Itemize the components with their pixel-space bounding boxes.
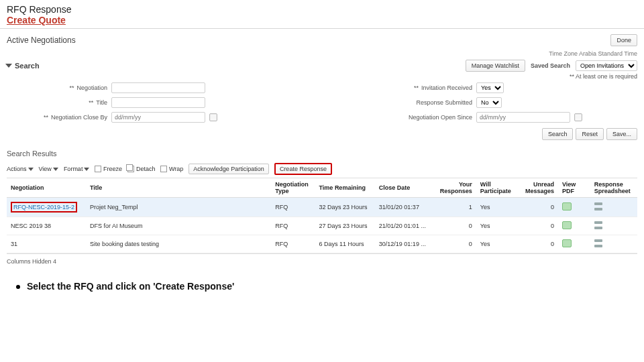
cell-title: Projet Neg_Templ <box>86 198 271 217</box>
col-close-date[interactable]: Close Date <box>375 178 433 198</box>
cell-time-remaining: 27 Days 23 Hours <box>315 217 375 235</box>
col-time-remaining[interactable]: Time Remaining <box>315 178 375 198</box>
cell-time-remaining: 6 Days 11 Hours <box>315 235 375 253</box>
cell-unread[interactable]: 0 <box>519 198 558 217</box>
pdf-icon[interactable] <box>562 221 572 229</box>
col-neg-type[interactable]: Negotiation Type <box>271 178 315 198</box>
results-table: Negotiation Title Negotiation Type Time … <box>7 178 637 253</box>
spreadsheet-icon[interactable] <box>594 202 602 210</box>
calendar-icon[interactable] <box>574 113 582 121</box>
cell-neg-type: RFQ <box>271 198 315 217</box>
cell-title: Site booking dates testing <box>86 235 271 253</box>
cell-title: DFS for AI Museum <box>86 217 271 235</box>
open-since-input[interactable] <box>476 112 570 123</box>
table-row[interactable]: 31 Site booking dates testing RFQ 6 Days… <box>7 235 637 253</box>
done-button[interactable]: Done <box>610 34 637 46</box>
col-negotiation[interactable]: Negotiation <box>7 178 86 198</box>
cell-neg-type: RFQ <box>271 217 315 235</box>
cell-will-participate: Yes <box>476 235 519 253</box>
collapse-icon <box>5 64 12 68</box>
save-button[interactable]: Save... <box>606 128 637 140</box>
wrap-toggle[interactable]: Wrap <box>160 166 183 173</box>
search-col-left: **Negotiation **Title **Negotiation Clos… <box>13 82 217 123</box>
col-will-participate[interactable]: Will Participate <box>476 178 519 198</box>
negotiation-label: **Negotiation <box>13 84 107 91</box>
close-by-label: **Negotiation Close By <box>13 114 107 121</box>
chevron-down-icon <box>84 168 89 171</box>
search-actions: Search Reset Save... <box>7 127 637 145</box>
cell-close-date: 21/01/20 01:01 ... <box>375 217 433 235</box>
col-response-ss[interactable]: Response Spreadsheet <box>590 178 637 198</box>
cell-your-responses[interactable]: 0 <box>433 235 476 253</box>
col-unread-messages[interactable]: Unread Messages <box>519 178 558 198</box>
response-submitted-label: Response Submitted <box>378 99 472 106</box>
cell-your-responses[interactable]: 1 <box>433 198 476 217</box>
create-response-button[interactable]: Create Response <box>274 163 332 175</box>
col-view-pdf[interactable]: View PDF <box>558 178 590 198</box>
cell-your-responses[interactable]: 0 <box>433 217 476 235</box>
invitation-received-select[interactable]: Yes <box>476 82 504 93</box>
timezone-text: Time Zone Arabia Standard Time <box>549 50 637 57</box>
title-label: **Title <box>13 99 107 106</box>
title-input[interactable] <box>111 97 205 108</box>
table-row[interactable]: NESC 2019 38 DFS for AI Museum RFQ 27 Da… <box>7 217 637 235</box>
table-header-row: Negotiation Title Negotiation Type Time … <box>7 178 637 198</box>
cell-will-participate: Yes <box>476 217 519 235</box>
spreadsheet-icon[interactable] <box>594 239 602 247</box>
cell-close-date: 31/01/20 01:37 <box>375 198 433 217</box>
negotiation-input[interactable] <box>111 82 205 93</box>
search-section-header[interactable]: Search <box>7 59 40 72</box>
saved-search-label: Saved Search <box>531 62 570 69</box>
search-form: **Negotiation **Title **Negotiation Clos… <box>7 82 637 127</box>
results-toolbar: Actions View Format Freeze Detach Wrap A… <box>7 160 637 178</box>
manage-watchlist-button[interactable]: Manage Watchlist <box>466 60 525 72</box>
doc-heading: RFQ Response <box>0 0 644 15</box>
actions-menu[interactable]: Actions <box>7 166 34 172</box>
app-frame: Active Negotiations Done Time Zone Arabi… <box>7 32 637 266</box>
saved-search-select[interactable]: Open Invitations <box>576 60 637 71</box>
search-label: Search <box>15 62 40 70</box>
bullet-icon <box>16 285 20 289</box>
negotiation-link[interactable]: NESC 2019 38 <box>7 217 86 235</box>
col-your-responses[interactable]: Your Responses <box>433 178 476 198</box>
search-button[interactable]: Search <box>542 128 574 140</box>
chevron-down-icon <box>53 168 58 171</box>
format-menu[interactable]: Format <box>64 166 90 172</box>
view-menu[interactable]: View <box>39 166 58 172</box>
close-by-input[interactable] <box>111 112 205 123</box>
negotiation-link[interactable]: 31 <box>7 235 86 253</box>
chevron-down-icon <box>28 168 34 171</box>
cell-will-participate: Yes <box>476 198 519 217</box>
checkbox-icon <box>160 166 167 172</box>
reset-button[interactable]: Reset <box>576 128 604 140</box>
pdf-icon[interactable] <box>562 239 572 247</box>
cell-neg-type: RFQ <box>271 235 315 253</box>
table-row[interactable]: RFQ-NESC-2019-15-2 Projet Neg_Templ RFQ … <box>7 198 637 217</box>
search-col-right: **Invitation Received Yes Response Submi… <box>378 82 582 123</box>
open-since-label: Negotiation Open Since <box>378 114 472 121</box>
pdf-icon[interactable] <box>562 202 572 210</box>
doc-subheading: Create Quote <box>0 15 644 29</box>
cell-unread[interactable]: 0 <box>519 217 558 235</box>
instruction-text: Select the RFQ and click on 'Create Resp… <box>0 266 644 292</box>
page-title: Active Negotiations <box>7 36 76 45</box>
detach-button[interactable]: Detach <box>127 166 156 173</box>
cell-unread[interactable]: 0 <box>519 235 558 253</box>
required-hint: ** At least one is required <box>7 73 637 82</box>
calendar-icon[interactable] <box>209 113 217 121</box>
columns-hidden-text: Columns Hidden 4 <box>7 253 637 265</box>
col-title[interactable]: Title <box>86 178 271 198</box>
cell-time-remaining: 32 Days 23 Hours <box>315 198 375 217</box>
topbar: Active Negotiations Done <box>7 33 637 49</box>
negotiation-link[interactable]: RFQ-NESC-2019-15-2 <box>11 202 77 213</box>
spreadsheet-icon[interactable] <box>594 221 602 229</box>
freeze-toggle[interactable]: Freeze <box>95 166 122 173</box>
results-header: Search Results <box>7 145 637 160</box>
timezone-line: Time Zone Arabia Standard Time <box>7 49 637 58</box>
detach-icon <box>127 166 134 172</box>
invitation-received-label: **Invitation Received <box>378 84 472 91</box>
cell-close-date: 30/12/19 01:19 ... <box>375 235 433 253</box>
checkbox-icon <box>95 166 101 172</box>
ack-participation-button[interactable]: Acknowledge Participation <box>189 164 269 174</box>
response-submitted-select[interactable]: No <box>476 97 502 108</box>
